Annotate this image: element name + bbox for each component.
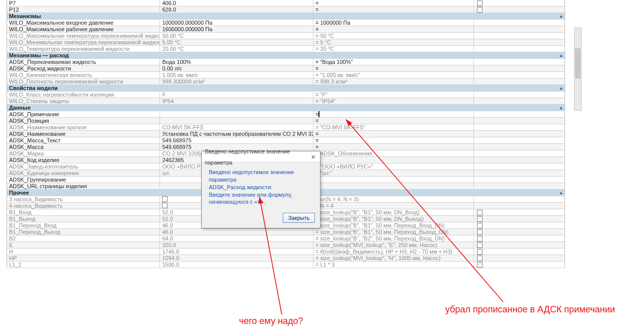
param-lock[interactable] — [474, 177, 565, 183]
param-value[interactable]: 1.005 кв. мм/с — [160, 72, 313, 78]
param-value[interactable]: 998.300000 кг/м³ — [160, 78, 313, 85]
param-formula[interactable]: = "шт." — [313, 170, 474, 176]
param-lock[interactable] — [474, 26, 565, 32]
param-lock[interactable] — [474, 92, 565, 98]
param-formula[interactable]: = — [313, 118, 474, 124]
group-header[interactable]: Механизмы▴ — [7, 13, 565, 20]
param-row[interactable]: L1_21500.0= L1 * 3 — [7, 262, 565, 268]
param-lock[interactable] — [474, 249, 565, 255]
param-lock[interactable] — [474, 203, 565, 209]
param-value[interactable]: 50.00 °C — [160, 33, 313, 39]
param-formula[interactable]: = — [313, 131, 474, 137]
param-formula[interactable]: = — [313, 144, 474, 150]
param-lock[interactable] — [474, 137, 565, 143]
param-formula[interactable]: = "Вода 100%" — [313, 59, 474, 65]
collapse-icon[interactable]: ▴ — [560, 13, 562, 20]
param-value[interactable]: Установка ПД с частотным преобразователе… — [160, 131, 313, 137]
param-row[interactable]: WILO_Максимальное входное давление100000… — [7, 20, 565, 26]
checkbox[interactable] — [162, 203, 168, 208]
param-lock[interactable] — [474, 124, 565, 130]
dialog-titlebar[interactable]: Введено недопустимое значение параметра … — [202, 151, 320, 162]
param-row[interactable]: WILO_Максимальная температура перекачива… — [7, 33, 565, 39]
param-value[interactable]: CO-MVI SK-FFS — [160, 124, 313, 130]
collapse-icon[interactable]: ▴ — [560, 190, 562, 196]
param-value[interactable]: 628.0 — [160, 7, 313, 13]
param-lock[interactable] — [474, 222, 565, 228]
param-lock[interactable] — [474, 20, 565, 26]
param-value[interactable]: 64.0 — [160, 235, 313, 241]
param-lock[interactable] — [474, 0, 565, 6]
param-lock[interactable] — [474, 111, 565, 117]
param-lock[interactable] — [474, 183, 565, 189]
param-lock[interactable] — [474, 33, 565, 39]
param-value[interactable]: 549.668975 — [160, 137, 313, 143]
param-lock[interactable] — [474, 262, 565, 268]
param-formula[interactable]: = ADSK_Обозначение — [313, 150, 474, 156]
param-value[interactable]: 320.0 — [160, 242, 313, 248]
param-lock[interactable] — [474, 229, 565, 235]
param-formula[interactable]: = "ООО «ВИЛО РУС»" — [313, 163, 474, 170]
param-formula[interactable]: = size_lookup("B", "B2", 50 мм, Переход_… — [313, 235, 474, 241]
param-lock[interactable] — [474, 144, 565, 150]
param-lock[interactable] — [474, 242, 565, 248]
checkbox[interactable] — [162, 196, 168, 202]
param-value[interactable]: 1500.0 — [160, 262, 313, 268]
checkbox[interactable] — [477, 242, 482, 248]
param-lock[interactable] — [474, 216, 565, 222]
formula-input[interactable] — [318, 111, 319, 117]
param-formula[interactable]: = — [313, 137, 474, 143]
param-value[interactable]: Вода 100% — [160, 59, 313, 65]
param-row[interactable]: WILO_Степень защитыIP54= "IP54" — [7, 98, 565, 105]
param-lock[interactable] — [474, 39, 565, 45]
param-formula[interactable]: = "F" — [313, 92, 474, 98]
param-formula[interactable]: = size_lookup("MVI_lookup", "E", 250 мм,… — [313, 242, 474, 248]
param-formula[interactable]: = 50 °C — [313, 33, 474, 39]
param-formula[interactable]: = if(not(Шкаф_Видимость), HP + H3, H2 - … — [313, 249, 474, 255]
param-formula[interactable]: = "IP54" — [313, 98, 474, 104]
param-value[interactable]: 20.00 °C — [160, 46, 313, 52]
param-formula[interactable]: = 20 °C — [313, 46, 474, 52]
checkbox[interactable] — [477, 210, 482, 215]
param-row[interactable]: WILO_Температура перекачиваемой жидкости… — [7, 46, 565, 52]
param-lock[interactable] — [474, 196, 565, 202]
param-formula[interactable]: = size_lookup("B", "B1", 50 мм, Переход_… — [313, 222, 474, 228]
param-lock[interactable] — [474, 163, 565, 170]
param-formula[interactable]: = 5 °C — [313, 39, 474, 45]
param-row[interactable]: WILO_Минимальная температура перекачивае… — [7, 39, 565, 46]
checkbox[interactable] — [477, 236, 482, 241]
checkbox[interactable] — [477, 262, 482, 268]
param-lock[interactable] — [474, 150, 565, 156]
param-formula[interactable]: = — [313, 7, 474, 13]
param-value[interactable]: 0.00 л/с — [160, 65, 313, 71]
param-value[interactable]: 1000000.000000 Па — [160, 20, 313, 26]
param-lock[interactable] — [474, 118, 565, 124]
checkbox[interactable] — [477, 216, 482, 222]
param-row[interactable]: WILO_Максимальное рабочее давление160000… — [7, 26, 565, 33]
param-lock[interactable] — [474, 209, 565, 215]
param-lock[interactable] — [474, 59, 565, 65]
param-row[interactable]: ADSK_Наименование краткоеCO-MVI SK-FFS= … — [7, 124, 565, 131]
param-formula[interactable]: = 1000000 Па — [313, 20, 474, 26]
param-row[interactable]: WILO_Класс нагревостойкости изоляцииF= "… — [7, 92, 565, 98]
param-formula[interactable]: = — [313, 65, 474, 71]
param-value[interactable] — [160, 118, 313, 124]
param-lock[interactable] — [474, 170, 565, 176]
param-value[interactable]: IP54 — [160, 98, 313, 104]
group-header[interactable]: Свойства модели▴ — [7, 85, 565, 92]
param-row[interactable]: HP1094.0= size_lookup("MVI_lookup", "H",… — [7, 255, 565, 262]
param-value[interactable]: 46.0 — [160, 229, 313, 235]
param-lock[interactable] — [474, 255, 565, 261]
param-lock[interactable] — [474, 98, 565, 104]
param-row[interactable]: WILO_Плотность перекачиваемой жидкости99… — [7, 78, 565, 85]
group-header[interactable]: Данные▴ — [7, 105, 565, 111]
param-formula[interactable]: = size_lookup("B", "B1", 50 мм, DN_Выход… — [313, 216, 474, 222]
checkbox[interactable] — [477, 223, 482, 228]
param-formula[interactable]: = or(N = 4, N = 3) — [313, 196, 474, 202]
collapse-icon[interactable]: ▴ — [560, 52, 562, 59]
scrollbar-thumb[interactable] — [575, 48, 581, 78]
param-formula[interactable]: = "CO-MVI SK-FFS" — [313, 124, 474, 130]
param-lock[interactable] — [474, 131, 565, 137]
param-lock[interactable] — [474, 65, 565, 71]
checkbox[interactable] — [477, 256, 482, 261]
checkbox[interactable] — [477, 229, 482, 235]
